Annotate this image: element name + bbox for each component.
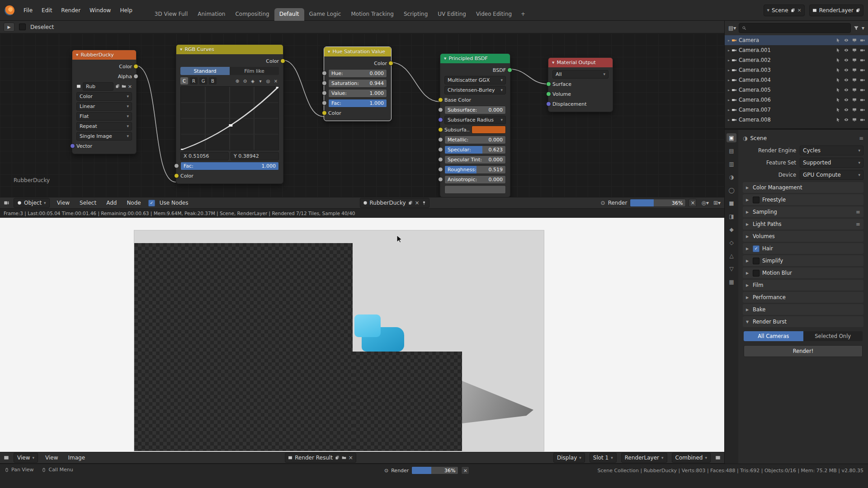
image-result-open-icon[interactable] [342,455,346,460]
use-nodes-checkbox[interactable] [148,200,155,206]
principled-bsdf-header[interactable]: Principled BSDF [440,54,510,63]
panel-color-management[interactable]: Color Management [743,182,863,193]
expand-icon[interactable]: ▸ [728,58,730,62]
viewport-disable-icon[interactable] [852,98,857,102]
render-disable-icon[interactable] [860,98,865,102]
saturation-slider[interactable]: Saturation:0.944 [328,79,387,88]
render-disable-icon[interactable] [860,88,865,92]
menu-help[interactable]: Help [115,5,137,15]
render-disable-icon[interactable] [860,108,865,112]
hsv-fac-slider[interactable]: Fac:1.000 [328,99,387,108]
outliner-row-camera[interactable]: ▸ Camera [725,35,868,45]
hsv-color-input-socket[interactable] [322,111,327,116]
workspace-tab-compositing[interactable]: Compositing [230,8,274,21]
projection-dropdown[interactable]: Flat [76,112,132,121]
workspace-tab-game-logic[interactable]: Game Logic [304,8,346,21]
scene-properties-tab[interactable]: ◑ [726,173,736,182]
base-color-input-socket[interactable] [438,98,443,103]
viewport-disable-icon[interactable] [852,58,857,62]
viewport-disable-icon[interactable] [852,68,857,72]
anisotropic-rotation-slider[interactable] [444,185,506,194]
image-selector[interactable]: Render Result × [285,453,356,463]
panel-bake[interactable]: Bake [743,304,863,315]
panel-film[interactable]: Film [743,280,863,291]
value-input-socket[interactable] [322,91,327,96]
panel-sampling[interactable]: Sampling ≡ [743,206,863,217]
outliner-row-camera-006[interactable]: ▸ Camera.006 [725,95,868,105]
material-properties-tab[interactable]: ▦ [726,277,736,286]
hide-icon[interactable] [844,88,849,92]
viewport-disable-icon[interactable] [852,117,857,122]
hide-icon[interactable] [844,38,849,42]
outliner-search-input[interactable] [739,23,851,33]
hsv-node[interactable]: Hue Saturation Value Color Hue:0.000 Sat… [324,47,392,121]
image-menu-view[interactable]: View [42,454,61,462]
shader-node-editor[interactable]: RubberDucky RubberDucky Color Alpha Rub [0,33,724,197]
scene-browse-icon[interactable]: ▾ [767,7,769,13]
hide-icon[interactable] [844,98,849,102]
panel-freestyle[interactable]: Freestyle [743,194,863,205]
panel-menu-icon[interactable]: ≡ [856,221,860,227]
device-dropdown[interactable]: GPU Compute [800,170,863,180]
select-icon[interactable] [836,117,840,122]
render-disable-icon[interactable] [860,117,865,122]
menu-edit[interactable]: Edit [37,5,57,15]
viewport-disable-icon[interactable] [852,78,857,82]
deselect-checkbox[interactable] [19,23,26,30]
alpha-output-socket[interactable] [133,74,138,79]
render-disable-icon[interactable] [860,38,865,42]
constraints-properties-tab[interactable]: △ [726,251,736,260]
feature-set-dropdown[interactable]: Supported [800,158,863,168]
slot-dropdown[interactable]: Slot 1 [590,453,617,463]
outliner-display-mode-icon[interactable]: ▤▾ [728,25,736,31]
workspace-tab-video-editing[interactable]: Video Editing [471,8,517,21]
outliner-row-camera-005[interactable]: ▸ Camera.005 [725,85,868,95]
active-tool-button[interactable]: ▶ [4,23,14,32]
scene-copy-icon[interactable] [791,8,795,13]
channel-r-button[interactable]: R [190,77,198,84]
data-properties-tab[interactable]: ▽ [726,264,736,273]
subsurface-color-input-socket[interactable] [438,127,443,132]
subsurface-radius-input-socket[interactable] [438,117,443,122]
node-menu-node[interactable]: Node [124,199,143,207]
image-browse-icon[interactable] [76,84,81,89]
object-properties-tab[interactable]: ■ [726,199,736,208]
image-result-copy-icon[interactable] [335,455,340,460]
image-editor-type-icon[interactable] [4,455,9,460]
expand-icon[interactable]: ▸ [728,108,730,112]
curves-fac-input-socket[interactable] [174,164,179,169]
view-layer-properties-tab[interactable]: ▥ [726,160,736,169]
panel-hair[interactable]: Hair [743,243,863,254]
workspace-tab-scripting[interactable]: Scripting [399,8,433,21]
outliner[interactable]: ▤▾ ▾ ▸ Camera ▸ Camera.001 [724,21,868,128]
viewport-disable-icon[interactable] [852,48,857,52]
hsv-fac-input-socket[interactable] [322,101,327,106]
hide-icon[interactable] [844,48,849,52]
material-selector[interactable]: RubberDucky × [360,198,429,208]
metallic-input-socket[interactable] [438,137,443,142]
hide-icon[interactable] [844,108,849,112]
render-disable-icon[interactable] [860,58,865,62]
motion-blur-checkbox[interactable] [753,270,760,277]
material-copy-icon[interactable] [408,201,413,205]
image-unlink-icon[interactable]: × [128,84,132,89]
world-properties-tab[interactable]: ◯ [726,186,736,195]
modifier-properties-tab[interactable]: ◨ [726,212,736,221]
freestyle-checkbox[interactable] [753,197,760,203]
panel-menu-icon[interactable]: ≡ [856,209,860,215]
curve-tools-icon[interactable]: ◈ [250,79,256,84]
image-mode-dropdown[interactable]: View [14,453,38,463]
image-node[interactable]: RubberDucky Color Alpha Rub × Color Line… [72,50,137,154]
metallic-slider[interactable]: Metallic:0.000 [444,136,506,144]
menu-render[interactable]: Render [57,5,85,15]
shader-type-dropdown[interactable]: Object [14,198,50,208]
new-view-layer-icon[interactable] [856,8,860,13]
hsv-color-output-socket[interactable] [388,61,393,66]
subsurface-input-socket[interactable] [438,108,443,113]
specular-tint-slider[interactable]: Specular Tint:0.000 [444,155,506,164]
surface-input-socket[interactable] [546,82,551,87]
render-disable-icon[interactable] [860,78,865,82]
properties-editor[interactable]: ▣ ▤ ▥ ◑ ◯ ■ ◨ ◆ ◇ △ ▽ ▦ ◑ Scene ≡ Render… [724,130,868,464]
rgb-curves-node[interactable]: RGB Curves Color Standard Film like C R … [176,44,283,184]
display-dropdown[interactable]: Display [553,453,585,463]
